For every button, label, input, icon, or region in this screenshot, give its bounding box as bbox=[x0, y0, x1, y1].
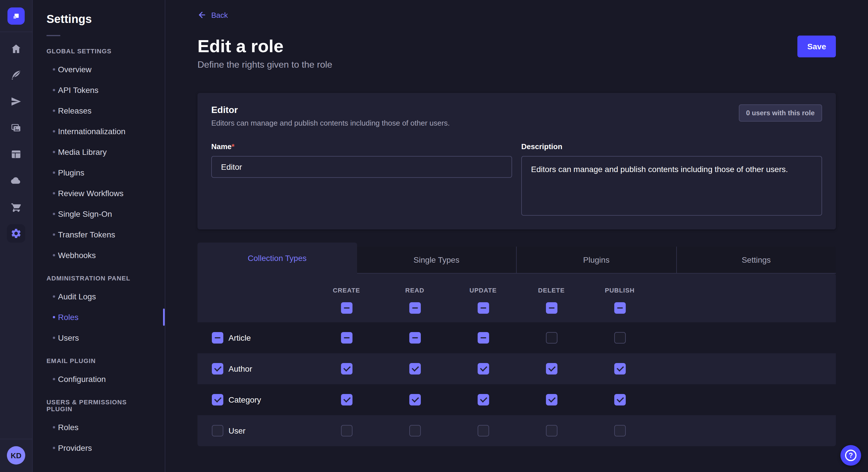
permission-row-category: Category bbox=[197, 384, 836, 415]
logo-section bbox=[0, 0, 32, 32]
users-with-role-badge[interactable]: 0 users with this role bbox=[739, 104, 822, 122]
subnav-item-plugins[interactable]: Plugins bbox=[33, 162, 165, 183]
subnav-item-roles[interactable]: Roles bbox=[33, 307, 165, 328]
subnav-item-users[interactable]: Users bbox=[33, 328, 165, 348]
checkbox-indeterminate[interactable] bbox=[477, 332, 489, 343]
subnav-item-configuration[interactable]: Configuration bbox=[33, 369, 165, 390]
checkbox-checked[interactable] bbox=[614, 363, 625, 374]
tab-collection-types[interactable]: Collection Types bbox=[197, 243, 357, 274]
column-header-read: READ bbox=[381, 287, 449, 294]
help-icon: ? bbox=[845, 450, 857, 461]
permission-cell bbox=[312, 425, 381, 436]
permissions-section: Collection TypesSingle TypesPluginsSetti… bbox=[197, 243, 836, 446]
checkbox-unchecked[interactable] bbox=[614, 332, 625, 343]
save-button[interactable]: Save bbox=[798, 36, 836, 57]
subnav-sections: GLOBAL SETTINGSOverviewAPI TokensRelease… bbox=[33, 36, 165, 458]
images-icon[interactable] bbox=[7, 119, 25, 137]
description-field-label: Description bbox=[521, 142, 562, 151]
checkbox-checked[interactable] bbox=[212, 363, 223, 374]
checkbox-unchecked[interactable] bbox=[477, 425, 489, 436]
checkbox-indeterminate[interactable] bbox=[341, 302, 352, 314]
main-nav-rail: KD bbox=[0, 0, 33, 472]
row-label-cell: Author bbox=[197, 363, 312, 374]
cloud-icon[interactable] bbox=[7, 171, 25, 190]
checkbox-indeterminate[interactable] bbox=[477, 302, 489, 314]
subnav-item-label: Webhooks bbox=[58, 250, 96, 260]
subnav-item-releases[interactable]: Releases bbox=[33, 100, 165, 121]
subnav-item-api-tokens[interactable]: API Tokens bbox=[33, 80, 165, 100]
permission-cell bbox=[449, 363, 517, 374]
subnav-items: RolesProviders bbox=[33, 417, 165, 458]
name-field-label: Name* bbox=[211, 142, 235, 151]
tab-plugins[interactable]: Plugins bbox=[516, 247, 676, 274]
subnav-item-providers[interactable]: Providers bbox=[33, 438, 165, 458]
checkbox-indeterminate[interactable] bbox=[341, 332, 352, 343]
paper-plane-icon[interactable] bbox=[7, 92, 25, 111]
bullet-icon bbox=[53, 171, 55, 174]
checkbox-checked[interactable] bbox=[546, 394, 557, 405]
gear-icon[interactable] bbox=[7, 224, 25, 243]
subnav-item-label: Single Sign-On bbox=[58, 209, 112, 218]
select-all-cell bbox=[517, 302, 586, 314]
subnav-item-media-library[interactable]: Media Library bbox=[33, 142, 165, 162]
checkbox-checked[interactable] bbox=[477, 363, 489, 374]
tab-single-types[interactable]: Single Types bbox=[357, 247, 516, 274]
bullet-icon bbox=[53, 316, 55, 318]
checkbox-unchecked[interactable] bbox=[212, 425, 223, 436]
user-avatar[interactable]: KD bbox=[7, 446, 25, 465]
layout-icon[interactable] bbox=[7, 145, 25, 164]
subnav-section-global-settings: GLOBAL SETTINGSOverviewAPI TokensRelease… bbox=[33, 47, 165, 266]
permission-row-author: Author bbox=[197, 353, 836, 384]
subnav-item-audit-logs[interactable]: Audit Logs bbox=[33, 286, 165, 307]
strapi-logo-icon[interactable] bbox=[7, 7, 25, 24]
checkbox-unchecked[interactable] bbox=[546, 425, 557, 436]
checkbox-checked[interactable] bbox=[409, 394, 421, 405]
feather-icon[interactable] bbox=[7, 66, 25, 84]
subnav-items: OverviewAPI TokensReleasesInternationali… bbox=[33, 59, 165, 266]
checkbox-indeterminate[interactable] bbox=[614, 302, 625, 314]
checkbox-checked[interactable] bbox=[341, 363, 352, 374]
subnav-item-label: Providers bbox=[58, 443, 92, 452]
checkbox-checked[interactable] bbox=[546, 363, 557, 374]
help-button[interactable]: ? bbox=[840, 445, 861, 466]
bullet-icon bbox=[53, 151, 55, 153]
checkbox-indeterminate[interactable] bbox=[409, 332, 421, 343]
description-textarea[interactable]: Editors can manage and publish contents … bbox=[521, 156, 822, 216]
subnav-title: Settings bbox=[33, 0, 165, 26]
subnav-items: Configuration bbox=[33, 369, 165, 390]
checkbox-checked[interactable] bbox=[341, 394, 352, 405]
checkbox-unchecked[interactable] bbox=[546, 332, 557, 343]
cart-icon[interactable] bbox=[7, 198, 25, 216]
back-link[interactable]: Back bbox=[197, 10, 228, 20]
name-input[interactable] bbox=[211, 156, 512, 178]
checkbox-checked[interactable] bbox=[477, 394, 489, 405]
permission-cell bbox=[381, 425, 449, 436]
back-label: Back bbox=[211, 11, 228, 19]
subnav-item-internationalization[interactable]: Internationalization bbox=[33, 121, 165, 142]
checkbox-indeterminate[interactable] bbox=[409, 302, 421, 314]
bullet-icon bbox=[53, 130, 55, 133]
home-icon[interactable] bbox=[7, 40, 25, 58]
checkbox-unchecked[interactable] bbox=[341, 425, 352, 436]
checkbox-indeterminate[interactable] bbox=[212, 332, 223, 343]
select-all-cell bbox=[586, 302, 654, 314]
checkbox-checked[interactable] bbox=[409, 363, 421, 374]
checkbox-checked[interactable] bbox=[614, 394, 625, 405]
subnav-item-transfer-tokens[interactable]: Transfer Tokens bbox=[33, 224, 165, 245]
subnav-item-review-workflows[interactable]: Review Workflows bbox=[33, 183, 165, 204]
bullet-icon bbox=[53, 89, 55, 91]
subnav-item-single-sign-on[interactable]: Single Sign-On bbox=[33, 204, 165, 224]
tab-settings[interactable]: Settings bbox=[676, 247, 836, 274]
permission-cell bbox=[312, 332, 381, 343]
checkbox-indeterminate[interactable] bbox=[546, 302, 557, 314]
subnav-section-label: USERS & PERMISSIONS PLUGIN bbox=[33, 399, 165, 412]
permission-tabs: Collection TypesSingle TypesPluginsSetti… bbox=[197, 243, 836, 274]
permission-cell bbox=[517, 425, 586, 436]
subnav-item-webhooks[interactable]: Webhooks bbox=[33, 245, 165, 266]
checkbox-unchecked[interactable] bbox=[614, 425, 625, 436]
subnav-item-overview[interactable]: Overview bbox=[33, 59, 165, 80]
role-description-text: Editors can manage and publish contents … bbox=[211, 118, 450, 129]
subnav-item-roles[interactable]: Roles bbox=[33, 417, 165, 438]
checkbox-checked[interactable] bbox=[212, 394, 223, 405]
checkbox-unchecked[interactable] bbox=[409, 425, 421, 436]
